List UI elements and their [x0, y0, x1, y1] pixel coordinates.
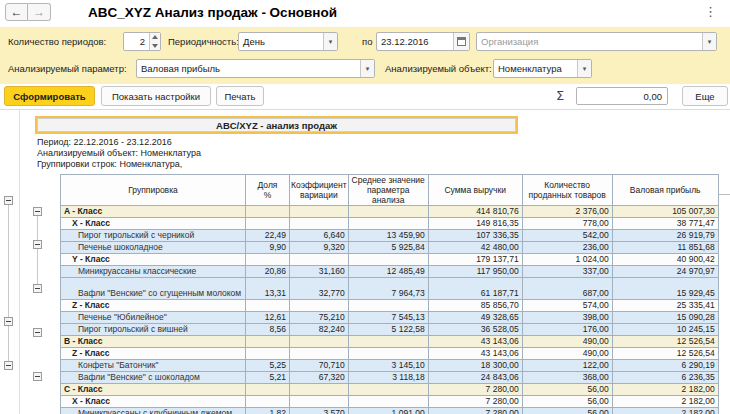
row-value-cell[interactable]: 107 336,35: [428, 230, 522, 242]
row-value-cell[interactable]: [290, 384, 349, 396]
row-value-cell[interactable]: 6,640: [290, 230, 349, 242]
row-value-cell[interactable]: 7 545,13: [348, 312, 428, 324]
row-value-cell[interactable]: [246, 206, 290, 218]
row-value-cell[interactable]: [348, 336, 428, 348]
print-button[interactable]: Печать: [216, 86, 264, 106]
organization-select[interactable]: Организация ▾: [476, 32, 717, 51]
row-value-cell[interactable]: 368,00: [522, 372, 612, 384]
row-value-cell[interactable]: 8,56: [246, 324, 290, 336]
row-value-cell[interactable]: 5,21: [246, 372, 290, 384]
collapse-toggle-icon[interactable]: [33, 207, 42, 216]
row-value-cell[interactable]: 40 900,42: [612, 254, 718, 266]
row-value-cell[interactable]: 5,25: [246, 360, 290, 372]
row-value-cell[interactable]: [290, 206, 349, 218]
row-value-cell[interactable]: 13 459,90: [348, 230, 428, 242]
row-value-cell[interactable]: 20,86: [246, 266, 290, 278]
row-value-cell[interactable]: 5 122,58: [348, 324, 428, 336]
col-profit[interactable]: Валовая прибыль: [612, 175, 718, 206]
row-value-cell[interactable]: 56,00: [522, 408, 612, 414]
chevron-down-icon[interactable]: ▾: [360, 60, 374, 77]
row-value-cell[interactable]: [348, 300, 428, 312]
row-value-cell[interactable]: [348, 396, 428, 408]
row-label-cell[interactable]: A - Класс: [61, 206, 246, 218]
stepper-arrows[interactable]: [149, 33, 160, 50]
collapse-toggle-icon[interactable]: [4, 361, 13, 370]
row-value-cell[interactable]: 6 290,19: [612, 360, 718, 372]
row-value-cell[interactable]: 7 280,00: [428, 396, 522, 408]
row-value-cell[interactable]: 2 182,00: [612, 396, 718, 408]
row-value-cell[interactable]: [348, 254, 428, 266]
row-value-cell[interactable]: 56,00: [522, 396, 612, 408]
row-value-cell[interactable]: [290, 396, 349, 408]
report-title-cell[interactable]: ABC/XYZ - анализ продаж: [35, 116, 518, 134]
generate-button[interactable]: Сформировать: [4, 86, 95, 106]
row-value-cell[interactable]: [246, 218, 290, 230]
row-value-cell[interactable]: [290, 348, 349, 360]
row-value-cell[interactable]: [290, 300, 349, 312]
row-value-cell[interactable]: 3 118,18: [348, 372, 428, 384]
row-value-cell[interactable]: 10 245,15: [612, 324, 718, 336]
collapse-toggle-icon[interactable]: [33, 284, 42, 293]
row-value-cell[interactable]: 398,00: [522, 312, 612, 324]
row-label-cell[interactable]: Вафли "Венские" с шоколадом: [61, 372, 246, 384]
row-value-cell[interactable]: 542,00: [522, 230, 612, 242]
row-value-cell[interactable]: 26 919,79: [612, 230, 718, 242]
row-value-cell[interactable]: 67,320: [290, 372, 349, 384]
col-share[interactable]: Доля %: [246, 175, 290, 206]
row-value-cell[interactable]: 24 970,97: [612, 266, 718, 278]
row-value-cell[interactable]: 61 187,71: [428, 278, 522, 300]
row-value-cell[interactable]: 105 007,30: [612, 206, 718, 218]
row-label-cell[interactable]: Z - Класс: [61, 300, 246, 312]
row-label-cell[interactable]: Y - Класс: [61, 254, 246, 266]
forward-button[interactable]: →: [28, 3, 51, 21]
row-value-cell[interactable]: [290, 218, 349, 230]
row-value-cell[interactable]: 2 376,00: [522, 206, 612, 218]
row-value-cell[interactable]: 24 843,06: [428, 372, 522, 384]
row-value-cell[interactable]: 15 090,28: [612, 312, 718, 324]
collapse-toggle-icon[interactable]: [4, 196, 13, 205]
row-value-cell[interactable]: 70,710: [290, 360, 349, 372]
chevron-down-icon[interactable]: ▾: [323, 33, 337, 50]
analyzed-object-select[interactable]: Номенклатура ▾: [493, 59, 592, 78]
row-value-cell[interactable]: 2 182,00: [612, 384, 718, 396]
row-value-cell[interactable]: 82,240: [290, 324, 349, 336]
row-value-cell[interactable]: 31,160: [290, 266, 349, 278]
row-value-cell[interactable]: 6 236,35: [612, 372, 718, 384]
row-value-cell[interactable]: 12,61: [246, 312, 290, 324]
row-value-cell[interactable]: 43 143,06: [428, 348, 522, 360]
row-value-cell[interactable]: 122,00: [522, 360, 612, 372]
row-label-cell[interactable]: X - Класс: [61, 396, 246, 408]
row-value-cell[interactable]: 2 182,00: [612, 408, 718, 414]
row-value-cell[interactable]: 5 925,84: [348, 242, 428, 254]
row-value-cell[interactable]: 1 024,00: [522, 254, 612, 266]
row-value-cell[interactable]: 414 810,76: [428, 206, 522, 218]
row-value-cell[interactable]: 36 528,05: [428, 324, 522, 336]
collapse-toggle-icon[interactable]: [33, 372, 42, 381]
row-value-cell[interactable]: 778,00: [522, 218, 612, 230]
more-button[interactable]: Еще: [682, 86, 728, 106]
row-value-cell[interactable]: 3 145,10: [348, 360, 428, 372]
row-value-cell[interactable]: [246, 254, 290, 266]
row-value-cell[interactable]: 179 137,71: [428, 254, 522, 266]
row-value-cell[interactable]: 7 280,00: [428, 384, 522, 396]
row-value-cell[interactable]: 12 526,54: [612, 348, 718, 360]
period-count-stepper[interactable]: 2: [123, 32, 161, 51]
collapse-toggle-icon[interactable]: [33, 240, 42, 249]
row-value-cell[interactable]: 687,00: [522, 278, 612, 300]
row-value-cell[interactable]: 56,00: [522, 384, 612, 396]
stepper-down-icon[interactable]: [150, 42, 160, 51]
chevron-down-icon[interactable]: ▾: [577, 60, 591, 77]
col-revenue[interactable]: Сумма выручки: [428, 175, 522, 206]
chevron-down-icon[interactable]: ▾: [702, 33, 716, 50]
row-value-cell[interactable]: 490,00: [522, 336, 612, 348]
row-value-cell[interactable]: 117 950,00: [428, 266, 522, 278]
row-label-cell[interactable]: Z - Класс: [61, 348, 246, 360]
row-value-cell[interactable]: 9,320: [290, 242, 349, 254]
row-label-cell[interactable]: C - Класс: [61, 384, 246, 396]
row-value-cell[interactable]: 9,90: [246, 242, 290, 254]
row-value-cell[interactable]: 7 964,73: [348, 278, 428, 300]
row-label-cell[interactable]: Миникруассаны с клубничным джемом: [61, 408, 246, 414]
row-value-cell[interactable]: 13,31: [246, 278, 290, 300]
row-value-cell[interactable]: [246, 300, 290, 312]
row-value-cell[interactable]: 49 328,65: [428, 312, 522, 324]
